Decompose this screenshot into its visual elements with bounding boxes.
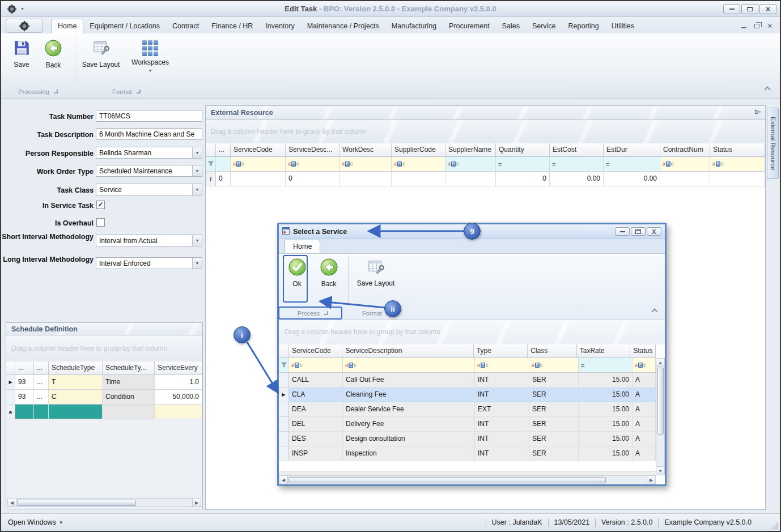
dialog-vertical-scrollbar[interactable]: ▲ ▼	[656, 358, 665, 475]
scroll-left-icon[interactable]: ◀	[279, 476, 288, 484]
filter-cell[interactable]: aBc	[289, 358, 343, 373]
row-indicator[interactable]: *	[6, 405, 15, 419]
grid-row[interactable]: DEADealer Service FeeEXTSER15.00A	[279, 402, 656, 417]
application-menu-button[interactable]	[6, 19, 43, 33]
dialog-close-button[interactable]: X	[647, 227, 661, 236]
back-button[interactable]: Back	[41, 39, 66, 69]
column-header[interactable]: TaxRate	[577, 344, 630, 358]
dialog-tab-home[interactable]: Home	[285, 240, 320, 253]
filter-cell[interactable]: aBc	[339, 157, 392, 172]
grid-row[interactable]: DESDesign consultationINTSER15.00A	[279, 432, 656, 446]
resize-grip[interactable]	[771, 522, 778, 529]
external-resource-group-by-bar[interactable]: Drag a column header here to group by th…	[206, 120, 765, 143]
column-header[interactable]: ServiceDescription	[342, 344, 473, 358]
grid-cell[interactable]: SER	[529, 446, 579, 461]
grid-cell[interactable]: CALL	[289, 373, 343, 388]
grid-cell[interactable]: Time	[103, 375, 155, 390]
dialog-horizontal-scrollbar[interactable]: ◀ ▶	[279, 475, 656, 484]
grid-cell[interactable]: C	[49, 390, 103, 405]
ribbon-tab-contract[interactable]: Contract	[166, 19, 205, 33]
grid-cell[interactable]: DEL	[289, 417, 343, 432]
row-indicator[interactable]: I	[206, 172, 216, 186]
task-class-dropdown-icon[interactable]: ▼	[192, 184, 202, 195]
filter-cell[interactable]: aBc	[529, 358, 579, 373]
grid-cell[interactable]: INT	[475, 388, 529, 402]
grid-cell[interactable]: DES	[289, 432, 343, 446]
dialog-ribbon-collapse-button[interactable]	[652, 308, 657, 316]
task-number-input[interactable]	[96, 110, 202, 122]
grid-cell[interactable]: EXT	[475, 402, 529, 417]
column-header[interactable]: Status	[710, 143, 765, 157]
short-interval-dropdown-icon[interactable]: ▼	[192, 235, 202, 246]
grid-cell[interactable]: Delivery Fee	[343, 417, 475, 432]
grid-cell[interactable]: 0.00	[604, 172, 660, 186]
grid-cell[interactable]: Inspection	[343, 446, 475, 461]
column-header[interactable]: SupplierCode	[392, 143, 445, 157]
column-header[interactable]: ScheduleTy...	[103, 361, 155, 375]
ribbon-tab-utilities[interactable]: Utilities	[605, 19, 640, 33]
grid-cell[interactable]: 93	[15, 375, 34, 390]
ribbon-tab-reporting[interactable]: Reporting	[562, 19, 605, 33]
ribbon-tab-finance-hr[interactable]: Finance / HR	[205, 19, 259, 33]
workspaces-button[interactable]: Workspaces ▼	[128, 39, 172, 73]
ribbon-tab-manufacturing[interactable]: Manufacturing	[385, 19, 443, 33]
grid-row[interactable]: *	[6, 405, 202, 419]
grid-cell[interactable]: 15.00	[579, 446, 633, 461]
grid-cell[interactable]: CLA	[289, 388, 343, 402]
row-indicator[interactable]	[279, 402, 289, 417]
scroll-left-icon[interactable]: ◀	[8, 499, 16, 507]
grid-cell[interactable]: ...	[34, 390, 49, 405]
format-group-launcher-icon[interactable]	[137, 90, 141, 93]
column-header[interactable]: ScheduleType	[49, 361, 103, 375]
grid-row[interactable]: 93...CCondition50,000.0	[6, 390, 202, 405]
long-interval-dropdown-icon[interactable]: ▼	[192, 258, 202, 269]
person-responsible-select[interactable]: ▼	[96, 147, 202, 159]
grid-row[interactable]: INSPInspectionINTSER15.00A	[279, 446, 656, 461]
scroll-right-icon[interactable]: ▶	[647, 476, 655, 484]
row-indicator[interactable]: ▶	[279, 388, 289, 402]
minimize-button[interactable]	[723, 4, 740, 14]
row-indicator[interactable]	[279, 446, 289, 461]
schedule-horizontal-scrollbar[interactable]: ◀ ▶	[7, 498, 201, 507]
grid-cell[interactable]	[710, 172, 765, 186]
filter-cell[interactable]: =	[550, 157, 604, 172]
grid-cell[interactable]: T	[49, 375, 103, 390]
row-indicator[interactable]	[279, 432, 289, 446]
filter-cell[interactable]: aBc	[660, 157, 710, 172]
scroll-down-icon[interactable]: ▼	[656, 466, 664, 475]
filter-cell[interactable]: aBc	[286, 157, 339, 172]
column-header[interactable]: ...	[34, 361, 49, 375]
grid-cell[interactable]: INT	[475, 373, 529, 388]
task-description-input[interactable]	[96, 128, 202, 140]
column-header[interactable]: Quantity	[496, 143, 550, 157]
close-button[interactable]: ×	[759, 4, 776, 14]
grid-cell[interactable]: A	[633, 446, 656, 461]
filter-cell[interactable]: aBc	[475, 358, 529, 373]
mdi-restore-button[interactable]	[754, 22, 759, 30]
grid-cell[interactable]: A	[633, 388, 656, 402]
grid-cell[interactable]: A	[633, 402, 656, 417]
grid-cell[interactable]	[34, 405, 49, 419]
row-indicator[interactable]: ▶	[6, 375, 15, 390]
save-button[interactable]: Save	[9, 39, 34, 69]
grid-cell[interactable]: 0	[496, 172, 550, 186]
mdi-close-button[interactable]: ×	[767, 22, 772, 30]
short-interval-methodology-select[interactable]: ▼	[96, 235, 202, 246]
column-header[interactable]: EstCost	[550, 143, 604, 157]
filter-cell[interactable]: =	[604, 157, 660, 172]
ribbon-tab-sales[interactable]: Sales	[496, 19, 526, 33]
long-interval-methodology-value[interactable]	[96, 258, 192, 269]
grid-cell[interactable]: 15.00	[579, 402, 633, 417]
scrollbar-thumb[interactable]	[657, 368, 664, 435]
processing-group-launcher-icon[interactable]	[54, 90, 58, 93]
column-header[interactable]: SupplierName	[445, 143, 496, 157]
long-interval-methodology-select[interactable]: ▼	[96, 257, 202, 269]
dialog-minimize-button[interactable]	[615, 227, 630, 236]
grid-cell[interactable]: 1.0	[155, 375, 202, 390]
filter-cell[interactable]: =	[579, 358, 633, 373]
scrollbar-thumb[interactable]	[288, 477, 606, 483]
maximize-button[interactable]	[741, 4, 758, 14]
filter-cell[interactable]	[216, 157, 231, 172]
grid-cell[interactable]: Dealer Service Fee	[343, 402, 475, 417]
task-class-value[interactable]	[96, 184, 192, 195]
